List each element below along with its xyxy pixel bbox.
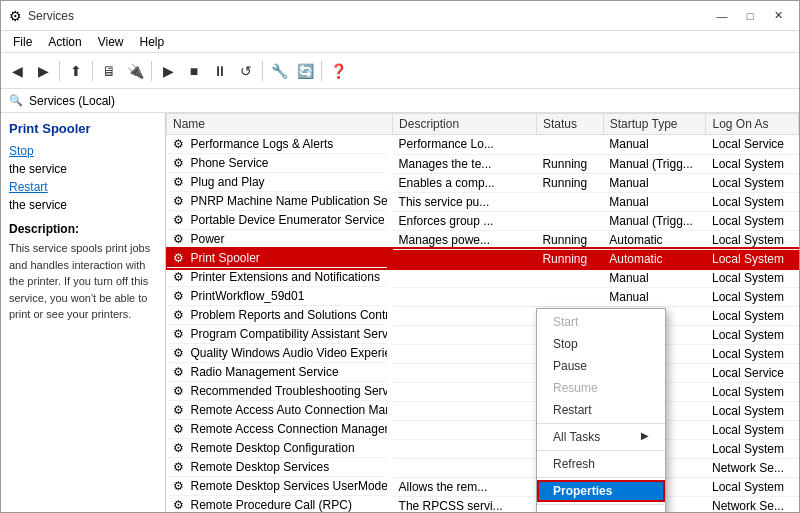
service-name: Performance Logs & Alerts xyxy=(191,137,334,151)
service-icon: ⚙ xyxy=(173,270,187,284)
context-menu-item[interactable]: Properties xyxy=(537,480,665,502)
table-row[interactable]: ⚙Phone ServiceManages the te...RunningMa… xyxy=(167,154,799,173)
service-desc xyxy=(393,420,537,439)
table-row[interactable]: ⚙Remote Desktop ConfigurationManualLocal… xyxy=(167,439,799,458)
service-icon: ⚙ xyxy=(173,213,187,227)
minimize-button[interactable]: — xyxy=(709,6,735,26)
context-menu-separator xyxy=(537,450,665,451)
service-logon: Local System xyxy=(706,192,799,211)
col-logon[interactable]: Log On As xyxy=(706,114,799,135)
connect-button[interactable]: 🖥 xyxy=(97,59,121,83)
table-row[interactable]: ⚙Remote Desktop ServicesManualNetwork Se… xyxy=(167,458,799,477)
title-bar-left: ⚙ Services xyxy=(9,8,74,24)
service-logon: Local System xyxy=(706,344,799,363)
table-row[interactable]: ⚙Recommended Troubleshooting Serv...Manu… xyxy=(167,382,799,401)
table-row[interactable]: ⚙Radio Management ServiceRunningManualLo… xyxy=(167,363,799,382)
context-menu: StartStopPauseResumeRestartAll TasksRefr… xyxy=(536,308,666,512)
service-name: Print Spooler xyxy=(191,251,260,265)
service-desc xyxy=(393,363,537,382)
pause-button[interactable]: ⏸ xyxy=(208,59,232,83)
service-status xyxy=(536,287,603,306)
service-desc: Manages the te... xyxy=(393,154,537,173)
service-icon: ⚙ xyxy=(173,498,187,512)
table-row[interactable]: ⚙Remote Access Auto Connection Man...Man… xyxy=(167,401,799,420)
table-row[interactable]: ⚙Plug and PlayEnables a comp...RunningMa… xyxy=(167,173,799,192)
table-row[interactable]: ⚙Remote Procedure Call (RPC)The RPCSS se… xyxy=(167,496,799,512)
sidebar-title: Print Spooler xyxy=(9,121,157,136)
service-logon: Local System xyxy=(706,325,799,344)
up-button[interactable]: ⬆ xyxy=(64,59,88,83)
service-status xyxy=(536,211,603,230)
menu-help[interactable]: Help xyxy=(132,33,173,51)
service-logon: Local System xyxy=(706,401,799,420)
col-status[interactable]: Status xyxy=(536,114,603,135)
properties-button[interactable]: 🔧 xyxy=(267,59,291,83)
table-row[interactable]: ⚙Program Compatibility Assistant Servi..… xyxy=(167,325,799,344)
forward-button[interactable]: ▶ xyxy=(31,59,55,83)
service-status: Running xyxy=(536,173,603,192)
context-menu-item[interactable]: All Tasks xyxy=(537,426,665,448)
service-icon: ⚙ xyxy=(173,460,187,474)
service-logon: Local System xyxy=(706,211,799,230)
maximize-button[interactable]: □ xyxy=(737,6,763,26)
stop-service-link[interactable]: Stop xyxy=(9,144,157,158)
table-row[interactable]: ⚙PowerManages powe...RunningAutomaticLoc… xyxy=(167,230,799,249)
services-table: Name Description Status Startup Type Log… xyxy=(166,113,799,512)
table-row[interactable]: ⚙Remote Desktop Services UserMode Por...… xyxy=(167,477,799,496)
context-menu-separator xyxy=(537,504,665,505)
refresh-button[interactable]: 🔄 xyxy=(293,59,317,83)
table-row[interactable]: ⚙Quality Windows Audio Video Experie...M… xyxy=(167,344,799,363)
menu-action[interactable]: Action xyxy=(40,33,89,51)
menu-file[interactable]: File xyxy=(5,33,40,51)
context-menu-item[interactable]: Restart xyxy=(537,399,665,421)
service-status: Running xyxy=(536,230,603,249)
sidebar: Print Spooler Stop the service Restart t… xyxy=(1,113,166,512)
service-logon: Local System xyxy=(706,249,799,268)
context-menu-item[interactable]: Stop xyxy=(537,333,665,355)
services-scroll-container[interactable]: Name Description Status Startup Type Log… xyxy=(166,113,799,512)
table-row[interactable]: ⚙Problem Reports and Solutions Contr...M… xyxy=(167,306,799,325)
back-button[interactable]: ◀ xyxy=(5,59,29,83)
help-button[interactable]: ❓ xyxy=(326,59,350,83)
table-row[interactable]: ⚙PNRP Machine Name Publication ServiceTh… xyxy=(167,192,799,211)
table-row[interactable]: ⚙Performance Logs & AlertsPerformance Lo… xyxy=(167,135,799,155)
services-tbody: ⚙Performance Logs & AlertsPerformance Lo… xyxy=(167,135,799,513)
service-logon: Local Service xyxy=(706,363,799,382)
service-name: PNRP Machine Name Publication Service xyxy=(191,194,387,208)
service-icon: ⚙ xyxy=(173,194,187,208)
table-row[interactable]: ⚙Printer Extensions and NotificationsMan… xyxy=(167,268,799,287)
service-name: Remote Access Connection Manager xyxy=(191,422,387,436)
service-icon: ⚙ xyxy=(173,289,187,303)
service-icon: ⚙ xyxy=(173,479,187,493)
service-startup: Manual xyxy=(603,135,706,155)
context-menu-item[interactable]: Refresh xyxy=(537,453,665,475)
service-status xyxy=(536,135,603,155)
service-logon: Network Se... xyxy=(706,458,799,477)
restart-service-link[interactable]: Restart xyxy=(9,180,157,194)
stop-suffix: the service xyxy=(9,162,67,176)
service-logon: Local Service xyxy=(706,135,799,155)
stop-button[interactable]: ■ xyxy=(182,59,206,83)
context-menu-item[interactable]: Pause xyxy=(537,355,665,377)
col-startup[interactable]: Startup Type xyxy=(603,114,706,135)
service-logon: Local System xyxy=(706,268,799,287)
col-description[interactable]: Description xyxy=(393,114,537,135)
close-button[interactable]: ✕ xyxy=(765,6,791,26)
service-logon: Local System xyxy=(706,477,799,496)
start-button[interactable]: ▶ xyxy=(156,59,180,83)
menu-view[interactable]: View xyxy=(90,33,132,51)
service-name: Printer Extensions and Notifications xyxy=(191,270,380,284)
title-bar: ⚙ Services — □ ✕ xyxy=(1,1,799,31)
disconnect-button[interactable]: 🔌 xyxy=(123,59,147,83)
table-row[interactable]: ⚙PrintWorkflow_59d01ManualLocal System xyxy=(167,287,799,306)
toolbar-separator-1 xyxy=(59,61,60,81)
service-desc xyxy=(393,306,537,325)
service-status: Running xyxy=(536,154,603,173)
table-row[interactable]: ⚙Remote Access Connection ManagerRunning… xyxy=(167,420,799,439)
col-name[interactable]: Name xyxy=(167,114,393,135)
restart-button[interactable]: ↺ xyxy=(234,59,258,83)
context-menu-item[interactable]: Help xyxy=(537,507,665,512)
table-row[interactable]: ⚙Print SpoolerRunningAutomaticLocal Syst… xyxy=(167,249,799,268)
table-row[interactable]: ⚙Portable Device Enumerator ServiceEnfor… xyxy=(167,211,799,230)
service-startup: Manual xyxy=(603,268,706,287)
